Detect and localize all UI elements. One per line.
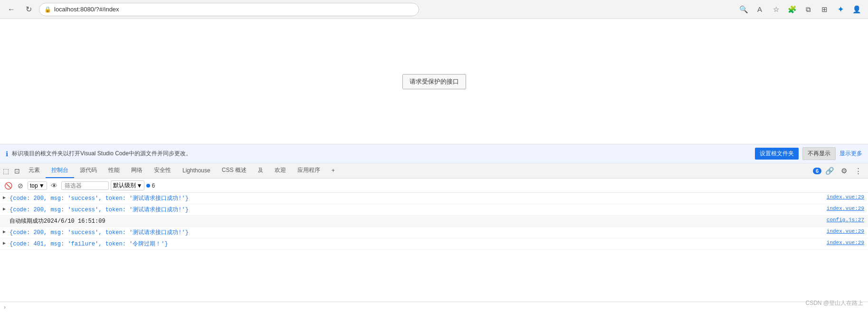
console-toolbar: 🚫 ⊘ top ▼ 👁 默认级别 ▼ 6: [0, 179, 868, 193]
log-level-selector[interactable]: 默认级别 ▼: [111, 180, 145, 190]
reload-button[interactable]: ↻: [22, 3, 35, 16]
filter-input[interactable]: [61, 181, 109, 190]
log-entry: ▶ {code: 200, msg: 'success', token: '测试…: [0, 193, 868, 204]
log-entry: ▶ {code: 200, msg: 'success', token: '测试…: [0, 227, 868, 238]
level-chevron-icon: ▼: [137, 182, 143, 189]
context-selector[interactable]: top ▼: [28, 181, 47, 190]
log-content: 自动续期成功2024/6/10 16:51:09: [10, 217, 822, 225]
block-button[interactable]: ⊘: [15, 180, 26, 191]
csdn-watermark: CSDN @登山人在路上: [805, 299, 863, 307]
devtools-right-actions: 6 🔗 ⚙ ⋮: [813, 165, 868, 177]
expand-arrow-icon[interactable]: ▶: [3, 240, 6, 246]
lock-icon: 🔒: [44, 6, 51, 13]
bottom-chevron-icon[interactable]: ›: [4, 304, 6, 311]
cursor-icon[interactable]: ⊡: [11, 163, 23, 179]
expand-arrow-icon[interactable]: ▶: [3, 206, 6, 212]
browser-chrome: ← ↻ 🔒 localhost:8080/?#/index 🔍 A ☆ 🧩 ⧉ …: [0, 0, 868, 19]
hide-banner-button[interactable]: 不再显示: [802, 147, 836, 160]
tab-welcome[interactable]: 欢迎: [269, 163, 292, 178]
log-entry: ▶ {code: 200, msg: 'success', token: '测试…: [0, 204, 868, 216]
profile-button[interactable]: 👤: [850, 3, 863, 16]
favorites-button[interactable]: ☆: [769, 3, 782, 16]
settings-button[interactable]: ⚙: [838, 165, 850, 177]
log-entry: ▶ {code: 401, msg: 'failure', token: '令牌…: [0, 238, 868, 250]
tab-console[interactable]: 控制台: [46, 163, 74, 178]
devtools-tabs: ⬚ ⊡ 元素 控制台 源代码 性能 网络 安全性 Lighthouse CSS …: [0, 163, 868, 179]
tab-sources[interactable]: 源代码: [74, 163, 103, 178]
log-source-link[interactable]: index.vue:29: [827, 240, 864, 246]
log-content: {code: 200, msg: 'success', token: '测试请求…: [10, 206, 822, 214]
extension-button[interactable]: 🧩: [785, 3, 799, 16]
split-button[interactable]: ⧉: [801, 3, 815, 16]
log-source-link[interactable]: index.vue:29: [827, 194, 864, 200]
set-root-folder-button[interactable]: 设置根文件夹: [755, 148, 799, 160]
banner-text: 标识项目的根文件夹以打开Visual Studio Code中的源文件并同步更改…: [12, 150, 751, 158]
devtools-container: ℹ 标识项目的根文件夹以打开Visual Studio Code中的源文件并同步…: [0, 144, 868, 312]
clear-console-button[interactable]: 🚫: [3, 180, 13, 191]
show-more-link[interactable]: 显示更多: [839, 150, 862, 158]
back-button[interactable]: ←: [5, 3, 18, 16]
log-count: 6: [152, 182, 155, 189]
log-source-link[interactable]: index.vue:29: [827, 206, 864, 211]
page-content: 请求受保护的接口: [0, 19, 868, 144]
tab-performance[interactable]: 性能: [103, 163, 125, 178]
url-text: localhost:8080/?#/index: [54, 6, 119, 13]
tab-application[interactable]: 应用程序: [292, 163, 326, 178]
log-content: {code: 401, msg: 'failure', token: '令牌过期…: [10, 240, 822, 248]
link-button[interactable]: 🔗: [823, 165, 836, 177]
blue-dot-icon: [146, 184, 150, 188]
devtools-banner: ℹ 标识项目的根文件夹以打开Visual Studio Code中的源文件并同步…: [0, 144, 868, 163]
inspect-icon[interactable]: ⬚: [0, 163, 11, 179]
context-label: top: [30, 182, 38, 189]
collection-button[interactable]: ⊞: [818, 3, 831, 16]
console-count-badge: 6: [813, 168, 821, 174]
search-button[interactable]: 🔍: [737, 3, 750, 16]
expand-arrow-icon[interactable]: ▶: [3, 195, 6, 200]
console-bottom: ›: [0, 302, 868, 312]
log-count-badge: 6: [146, 182, 155, 189]
level-label: 默认级别: [113, 181, 136, 189]
more-options-button[interactable]: ⋮: [852, 165, 864, 177]
log-content: {code: 200, msg: 'success', token: '测试请求…: [10, 194, 822, 202]
read-button[interactable]: A: [753, 3, 766, 16]
address-bar[interactable]: 🔒 localhost:8080/?#/index: [39, 3, 419, 16]
eye-button[interactable]: 👁: [49, 180, 59, 191]
tab-css-overview[interactable]: CSS 概述: [216, 163, 252, 178]
tab-security[interactable]: 安全性: [148, 163, 177, 178]
log-source-link[interactable]: index.vue:29: [827, 228, 864, 234]
expand-arrow-icon[interactable]: ▶: [3, 229, 6, 235]
console-logs: ▶ {code: 200, msg: 'success', token: '测试…: [0, 193, 868, 302]
log-content: {code: 200, msg: 'success', token: '测试请求…: [10, 228, 822, 236]
tab-lighthouse[interactable]: Lighthouse: [177, 163, 216, 178]
copilot-button[interactable]: ✦: [834, 3, 847, 16]
chevron-down-icon: ▼: [39, 182, 45, 189]
log-entry-auto: 自动续期成功2024/6/10 16:51:09 config.js:27: [0, 216, 868, 227]
tab-and[interactable]: 及: [252, 163, 269, 178]
tab-network[interactable]: 网络: [125, 163, 148, 178]
tab-elements[interactable]: 元素: [23, 163, 46, 178]
browser-actions: 🔍 A ☆ 🧩 ⧉ ⊞ ✦ 👤: [737, 3, 863, 16]
protected-api-button[interactable]: 请求受保护的接口: [402, 74, 466, 89]
info-icon: ℹ: [6, 150, 8, 158]
add-tab-button[interactable]: +: [326, 163, 341, 178]
log-source-link[interactable]: config.js:27: [827, 217, 864, 223]
